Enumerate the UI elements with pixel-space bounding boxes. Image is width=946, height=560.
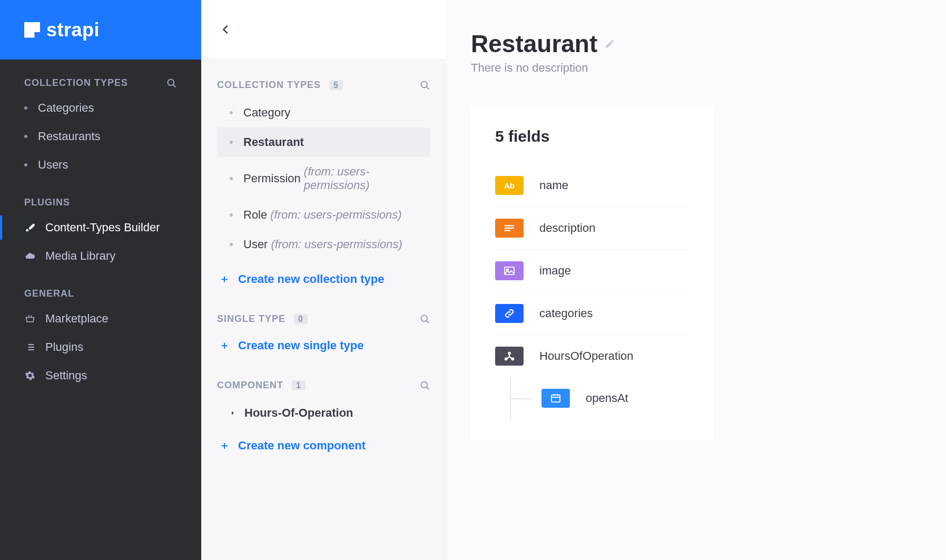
detail-panel: Restaurant There is no description 5 fie… — [447, 0, 946, 560]
paintbrush-icon — [24, 222, 36, 233]
field-name-label: HoursOfOperation — [539, 349, 634, 363]
builder-header-component: COMPONENT 1 — [217, 380, 430, 391]
svg-point-22 — [512, 358, 514, 360]
builder-topbar — [201, 0, 446, 60]
bullet-icon — [24, 163, 27, 166]
field-row-name[interactable]: Ab name — [495, 164, 689, 207]
field-name-label: image — [539, 264, 571, 278]
builder-item-from: (from: users-permissions) — [304, 165, 418, 192]
builder-header-collection: COLLECTION TYPES 5 — [217, 80, 430, 91]
sidebar-header-collection-types: COLLECTION TYPES — [24, 77, 128, 89]
builder-item-role[interactable]: Role(from: users-permissions) — [217, 200, 430, 230]
svg-point-10 — [421, 315, 428, 321]
builder-panel: COLLECTION TYPES 5 Category Restaurant P… — [201, 0, 447, 560]
svg-point-21 — [505, 358, 507, 360]
caret-right-icon — [230, 410, 235, 416]
sidebar-item-label: Settings — [45, 369, 87, 382]
plus-icon: ＋ — [219, 338, 230, 352]
sidebar-item-label: Restaurants — [38, 130, 101, 143]
field-name-label: opensAt — [586, 391, 628, 405]
builder-item-label: Restaurant — [243, 135, 304, 149]
nested-fields: opensAt — [510, 377, 689, 419]
create-link-label: Create new component — [238, 439, 366, 453]
builder-item-restaurant[interactable]: Restaurant — [217, 127, 430, 157]
sidebar-item-categories[interactable]: Categories — [13, 94, 189, 122]
create-collection-type-button[interactable]: ＋ Create new collection type — [217, 266, 430, 292]
sidebar-item-label: Marketplace — [45, 312, 109, 326]
sidebar-item-label: Users — [38, 158, 68, 172]
svg-line-1 — [173, 84, 176, 87]
field-row-categories[interactable]: categories — [495, 292, 689, 335]
builder-collection-list: Category Restaurant Permission(from: use… — [217, 98, 430, 259]
sidebar-section-general: GENERAL Marketplace Plugins Settings — [0, 288, 201, 390]
field-row-description[interactable]: description — [495, 207, 689, 250]
create-single-type-button[interactable]: ＋ Create new single type — [217, 332, 430, 359]
builder-section-title: COLLECTION TYPES — [217, 80, 321, 90]
back-button[interactable] — [219, 23, 233, 36]
create-link-label: Create new single type — [238, 339, 363, 352]
svg-point-20 — [508, 352, 510, 355]
svg-rect-18 — [505, 267, 514, 274]
builder-item-permission[interactable]: Permission(from: users-permissions) — [217, 157, 430, 200]
create-link-label: Create new collection type — [238, 272, 385, 286]
svg-point-8 — [421, 81, 428, 87]
brand-name: strapi — [46, 19, 100, 41]
detail-title: Restaurant — [471, 30, 597, 58]
builder-item-user[interactable]: User(from: users-permissions) — [217, 230, 430, 259]
builder-item-label: Permission — [243, 172, 301, 185]
sidebar-item-settings[interactable]: Settings — [13, 361, 189, 390]
sidebar-item-plugins[interactable]: Plugins — [13, 333, 189, 361]
field-row-hoursofoperation[interactable]: HoursOfOperation — [495, 335, 689, 377]
sidebar-item-restaurants[interactable]: Restaurants — [13, 122, 189, 151]
cloud-icon — [24, 251, 36, 261]
builder-item-from: (from: users-permissions) — [270, 208, 401, 222]
brand-mark-icon — [24, 22, 40, 38]
search-icon[interactable] — [420, 314, 430, 325]
svg-rect-23 — [551, 395, 560, 402]
brand-logo[interactable]: strapi — [0, 0, 201, 60]
search-icon[interactable] — [166, 78, 177, 89]
field-name-label: categories — [539, 307, 593, 320]
sidebar: strapi COLLECTION TYPES Categories Resta… — [0, 0, 201, 560]
bullet-icon — [230, 111, 233, 114]
sidebar-section-collection-types: COLLECTION TYPES Categories Restaurants … — [0, 77, 201, 179]
builder-section-count: 5 — [329, 80, 343, 90]
list-icon — [24, 342, 36, 352]
field-row-opensat[interactable]: opensAt — [541, 377, 689, 419]
bullet-icon — [230, 141, 233, 144]
builder-item-hours-of-operation[interactable]: Hours-Of-Operation — [217, 398, 430, 428]
sidebar-item-label: Content-Types Builder — [45, 221, 160, 234]
bullet-icon — [230, 243, 233, 246]
search-icon[interactable] — [420, 380, 430, 391]
bullet-icon — [24, 106, 27, 110]
svg-line-13 — [427, 387, 429, 389]
pencil-icon[interactable] — [605, 38, 615, 49]
svg-line-11 — [427, 320, 429, 323]
relation-field-icon — [495, 304, 524, 323]
builder-item-category[interactable]: Category — [217, 98, 430, 127]
sidebar-item-label: Categories — [38, 101, 94, 115]
bullet-icon — [24, 135, 27, 138]
svg-point-12 — [421, 381, 428, 388]
svg-line-9 — [427, 86, 429, 89]
svg-point-0 — [168, 79, 174, 85]
field-row-image[interactable]: image — [495, 250, 689, 292]
fields-card: 5 fields Ab name description image categ… — [471, 106, 713, 440]
create-component-button[interactable]: ＋ Create new component — [217, 432, 430, 459]
sidebar-header-general: GENERAL — [24, 288, 74, 299]
builder-item-label: Hours-Of-Operation — [244, 406, 353, 420]
sidebar-item-content-types-builder[interactable]: Content-Types Builder — [13, 213, 189, 242]
text-field-icon: Ab — [495, 176, 524, 195]
builder-item-label: Role — [243, 208, 267, 222]
sidebar-item-users[interactable]: Users — [13, 151, 189, 179]
sidebar-item-label: Plugins — [45, 340, 83, 354]
sidebar-item-media-library[interactable]: Media Library — [13, 242, 189, 270]
sidebar-section-plugins: PLUGINS Content-Types Builder Media Libr… — [0, 197, 201, 270]
bullet-icon — [230, 213, 233, 217]
search-icon[interactable] — [420, 80, 430, 91]
builder-section-count: 0 — [294, 314, 308, 324]
sidebar-item-marketplace[interactable]: Marketplace — [13, 304, 189, 333]
builder-item-label: User — [243, 238, 268, 251]
plus-icon: ＋ — [219, 438, 230, 453]
richtext-field-icon — [495, 219, 524, 238]
